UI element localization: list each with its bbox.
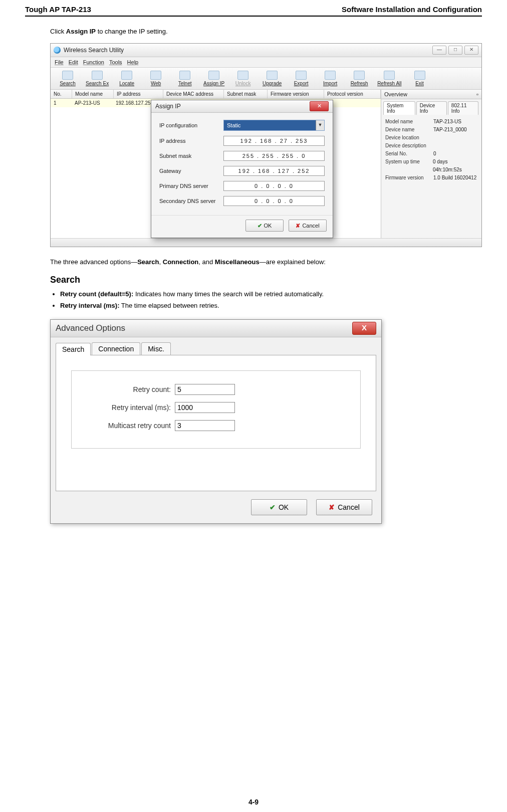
dialog-close-button[interactable]: ✕ bbox=[310, 101, 329, 111]
ok-button[interactable]: ✔OK bbox=[245, 220, 284, 232]
search-icon bbox=[62, 71, 73, 80]
subnet-label: Subnet mask bbox=[159, 153, 223, 159]
ipaddr-label: IP address bbox=[159, 138, 223, 144]
dialog-title: Assign IP bbox=[155, 103, 181, 110]
x-icon: ✘ bbox=[296, 223, 300, 229]
adv-title: Advanced Options bbox=[56, 323, 125, 333]
advanced-options-intro: The three advanced options—Search, Conne… bbox=[50, 258, 482, 266]
retry-count-label: Retry count: bbox=[86, 385, 175, 393]
maximize-button[interactable]: □ bbox=[448, 46, 462, 55]
list-item: Retry count (default=5): Indicates how m… bbox=[60, 290, 482, 298]
x-icon: ✘ bbox=[329, 503, 335, 511]
tb-web[interactable]: Web bbox=[142, 70, 170, 87]
tab-80211-info[interactable]: 802.11 Info bbox=[448, 101, 478, 115]
tb-assign-ip[interactable]: Assign IP bbox=[200, 70, 228, 87]
menu-function[interactable]: Function bbox=[83, 59, 104, 65]
dialog-titlebar: Assign IP ✕ bbox=[151, 100, 333, 113]
menu-tools[interactable]: Tools bbox=[109, 59, 122, 65]
menu-file[interactable]: File bbox=[55, 59, 64, 65]
tb-refresh[interactable]: Refresh bbox=[345, 70, 373, 87]
search-ex-icon bbox=[92, 71, 103, 80]
multicast-retry-input[interactable] bbox=[175, 420, 235, 431]
gateway-input[interactable]: 192 . 168 . 127 . 252 bbox=[223, 166, 325, 176]
upgrade-icon bbox=[267, 71, 278, 80]
titlebar: Wireless Search Utility — □ ✕ bbox=[51, 44, 481, 57]
tb-search[interactable]: Search bbox=[54, 70, 82, 87]
search-options-list: Retry count (default=5): Indicates how m… bbox=[50, 290, 482, 309]
dns2-label: Secondary DNS server bbox=[159, 198, 223, 204]
refresh-all-icon bbox=[384, 71, 395, 80]
adv-close-button[interactable]: X bbox=[352, 322, 376, 335]
intro-text: Click Assign IP to change the IP setting… bbox=[50, 28, 482, 35]
tb-export[interactable]: Export bbox=[287, 70, 315, 87]
subnet-input[interactable]: 255 . 255 . 255 . 0 bbox=[223, 151, 325, 161]
check-icon: ✔ bbox=[270, 503, 276, 511]
tb-telnet[interactable]: Telnet bbox=[171, 70, 199, 87]
header-left: Tough AP TAP-213 bbox=[25, 5, 91, 14]
chevron-down-icon: ▼ bbox=[316, 120, 324, 130]
cancel-button[interactable]: ✘Cancel bbox=[289, 220, 327, 232]
overview-panel: Overview▫ System Info Device Info 802.11… bbox=[381, 90, 481, 238]
window-title: Wireless Search Utility bbox=[64, 47, 432, 54]
assign-ip-icon bbox=[208, 71, 219, 80]
multicast-retry-label: Multicast retry count bbox=[86, 422, 175, 430]
menu-help[interactable]: Help bbox=[127, 59, 139, 65]
close-button[interactable]: ✕ bbox=[464, 46, 478, 55]
tab-misc[interactable]: Misc. bbox=[141, 342, 171, 355]
dns1-label: Primary DNS server bbox=[159, 183, 223, 189]
advanced-options-window: Advanced Options X Search Connection Mis… bbox=[50, 319, 382, 524]
adv-frame: Retry count: Retry interval (ms): Multic… bbox=[71, 370, 361, 449]
search-heading: Search bbox=[50, 275, 482, 285]
telnet-icon bbox=[179, 71, 190, 80]
header-right: Software Installation and Configuration bbox=[342, 5, 482, 14]
ipconfig-select[interactable]: Static▼ bbox=[223, 120, 325, 131]
tb-exit[interactable]: Exit bbox=[406, 70, 434, 87]
grid-header: No. Model name IP address Device MAC add… bbox=[51, 90, 381, 99]
unlock-icon bbox=[237, 71, 248, 80]
refresh-icon bbox=[354, 71, 365, 80]
tab-device-info[interactable]: Device Info bbox=[416, 101, 447, 115]
tab-connection[interactable]: Connection bbox=[92, 342, 140, 355]
adv-cancel-button[interactable]: ✘Cancel bbox=[316, 499, 372, 515]
assign-ip-dialog: Assign IP ✕ IP configuration Static▼ IP … bbox=[151, 100, 333, 238]
tab-search[interactable]: Search bbox=[56, 343, 91, 355]
gateway-label: Gateway bbox=[159, 168, 223, 174]
export-icon bbox=[296, 71, 307, 80]
dns1-input[interactable]: 0 . 0 . 0 . 0 bbox=[223, 181, 325, 191]
retry-interval-input[interactable] bbox=[175, 402, 235, 413]
minimize-button[interactable]: — bbox=[432, 46, 446, 55]
menubar: File Edit Function Tools Help bbox=[51, 57, 481, 68]
list-item: Retry interval (ms): The time elapsed be… bbox=[60, 302, 482, 309]
check-icon: ✔ bbox=[258, 223, 262, 229]
tb-locate[interactable]: Locate bbox=[113, 70, 141, 87]
statusbar bbox=[51, 238, 481, 247]
app-icon bbox=[54, 47, 61, 54]
device-grid: No. Model name IP address Device MAC add… bbox=[51, 90, 381, 238]
tb-search-ex[interactable]: Search Ex bbox=[83, 70, 112, 87]
toolbar: Search Search Ex Locate Web Telnet Assig… bbox=[51, 68, 481, 90]
import-icon bbox=[325, 71, 336, 80]
menu-edit[interactable]: Edit bbox=[69, 59, 78, 65]
ipaddr-input[interactable]: 192 . 168 . 27 . 253 bbox=[223, 136, 325, 146]
tb-upgrade[interactable]: Upgrade bbox=[258, 70, 286, 87]
retry-count-input[interactable] bbox=[175, 384, 235, 395]
dns2-input[interactable]: 0 . 0 . 0 . 0 bbox=[223, 196, 325, 206]
overview-kv: Model nameTAP-213-US Device nameTAP-213_… bbox=[381, 116, 481, 184]
tb-refresh-all[interactable]: Refresh All bbox=[374, 70, 404, 87]
tab-system-info[interactable]: System Info bbox=[383, 101, 415, 115]
adv-ok-button[interactable]: ✔OK bbox=[251, 499, 307, 515]
tb-import[interactable]: Import bbox=[316, 70, 344, 87]
exit-icon bbox=[414, 71, 425, 80]
locate-icon bbox=[121, 71, 132, 80]
adv-titlebar: Advanced Options X bbox=[51, 320, 381, 337]
page-header: Tough AP TAP-213 Software Installation a… bbox=[25, 2, 482, 17]
web-icon bbox=[150, 71, 161, 80]
adv-pane: Retry count: Retry interval (ms): Multic… bbox=[56, 355, 376, 491]
overview-title: Overview bbox=[384, 91, 407, 97]
retry-interval-label: Retry interval (ms): bbox=[86, 403, 175, 412]
tb-unlock: Unlock bbox=[229, 70, 257, 87]
ipconfig-label: IP configuration bbox=[159, 122, 223, 128]
wireless-search-utility-window: Wireless Search Utility — □ ✕ File Edit … bbox=[50, 43, 482, 247]
pin-icon[interactable]: ▫ bbox=[476, 91, 478, 97]
